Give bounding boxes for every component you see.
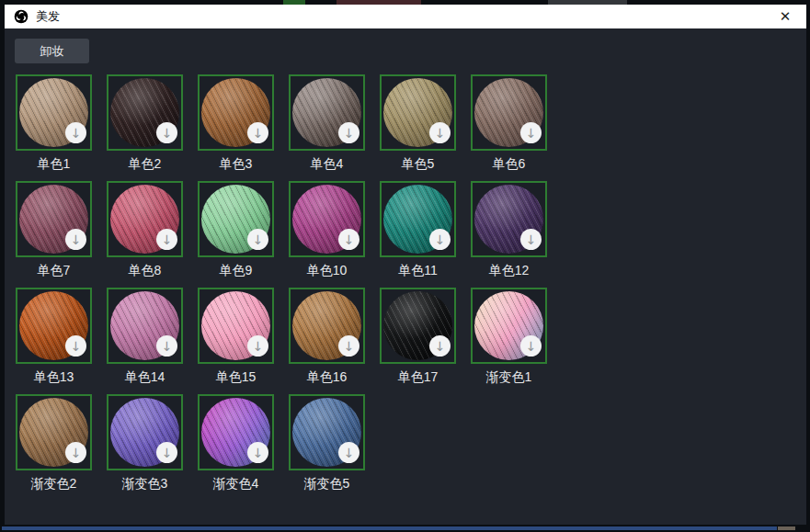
download-icon[interactable]: ↓ (65, 442, 86, 463)
hair-style-tile[interactable]: ↓单色7 (16, 181, 92, 278)
hair-color-grid: ↓单色1↓单色2↓单色3↓单色4↓单色5↓单色6↓单色7↓单色8↓单色9↓单色1… (16, 74, 576, 492)
hair-style-label: 单色17 (380, 369, 456, 385)
hair-style-label: 单色10 (289, 263, 365, 278)
hair-style-tile[interactable]: ↓单色17 (380, 288, 456, 385)
dialog-body: 卸妆 ↓单色1↓单色2↓单色3↓单色4↓单色5↓单色6↓单色7↓单色8↓单色9↓… (5, 28, 806, 525)
hair-style-tile[interactable]: ↓单色14 (107, 288, 183, 385)
download-icon[interactable]: ↓ (65, 335, 86, 357)
hair-style-tile[interactable]: ↓渐变色4 (198, 394, 274, 492)
download-icon[interactable]: ↓ (520, 229, 542, 250)
download-icon[interactable]: ↓ (247, 122, 268, 143)
obs-app-icon (14, 9, 29, 24)
hair-style-label: 渐变色5 (289, 476, 365, 492)
download-icon[interactable]: ↓ (429, 229, 451, 250)
background-app-fragment (778, 526, 795, 530)
hair-style-tile[interactable]: ↓单色13 (16, 288, 92, 385)
window-title: 美发 (36, 8, 60, 25)
hair-style-label: 单色5 (380, 156, 456, 172)
hair-style-tile[interactable]: ↓单色6 (471, 74, 547, 172)
hair-style-label: 渐变色1 (471, 369, 547, 385)
hair-style-label: 单色16 (289, 369, 365, 385)
hair-style-label: 渐变色3 (107, 476, 183, 492)
hair-style-tile[interactable]: ↓单色12 (471, 181, 547, 278)
hair-style-tile[interactable]: ↓渐变色2 (16, 394, 92, 492)
hair-style-label: 单色9 (198, 263, 274, 278)
hair-style-tile[interactable]: ↓单色4 (289, 74, 365, 172)
titlebar: 美发 ✕ (5, 5, 806, 28)
hair-style-tile[interactable]: ↓渐变色3 (107, 394, 183, 492)
download-icon[interactable]: ↓ (338, 229, 359, 250)
download-icon[interactable]: ↓ (156, 229, 177, 250)
hair-style-label: 单色12 (471, 263, 547, 278)
remove-makeup-button[interactable]: 卸妆 (15, 39, 89, 63)
hair-swatch-box[interactable]: ↓ (198, 288, 274, 364)
download-icon[interactable]: ↓ (520, 335, 542, 357)
download-icon[interactable]: ↓ (338, 442, 359, 463)
hair-style-tile[interactable]: ↓渐变色5 (289, 394, 365, 492)
hair-style-label: 单色11 (380, 263, 456, 278)
hair-swatch-box[interactable]: ↓ (107, 394, 183, 470)
hair-style-tile[interactable]: ↓单色15 (198, 288, 274, 385)
hair-style-label: 单色6 (471, 156, 547, 172)
hair-style-tile[interactable]: ↓单色3 (198, 74, 274, 172)
hair-style-tile[interactable]: ↓单色8 (107, 181, 183, 278)
download-icon[interactable]: ↓ (156, 335, 177, 357)
hair-swatch-box[interactable]: ↓ (289, 288, 365, 364)
hair-swatch-box[interactable]: ↓ (107, 181, 183, 257)
download-icon[interactable]: ↓ (338, 122, 359, 143)
hair-style-tile[interactable]: ↓单色9 (198, 181, 274, 278)
hair-style-tile[interactable]: ↓单色1 (16, 74, 92, 172)
hair-style-label: 单色7 (16, 263, 92, 278)
hair-swatch-box[interactable]: ↓ (107, 74, 183, 151)
download-icon[interactable]: ↓ (156, 442, 177, 463)
download-icon[interactable]: ↓ (65, 122, 86, 143)
download-icon[interactable]: ↓ (429, 335, 451, 357)
hair-swatch-box[interactable]: ↓ (380, 181, 456, 257)
hair-style-label: 单色13 (16, 369, 92, 385)
hair-swatch-box[interactable]: ↓ (471, 288, 547, 364)
hair-swatch-box[interactable]: ↓ (471, 74, 547, 151)
hair-style-tile[interactable]: ↓单色16 (289, 288, 365, 385)
hair-swatch-box[interactable]: ↓ (16, 394, 92, 470)
download-icon[interactable]: ↓ (247, 335, 268, 357)
hair-swatch-box[interactable]: ↓ (289, 394, 365, 470)
hair-swatch-box[interactable]: ↓ (289, 181, 365, 257)
hair-style-label: 单色3 (198, 156, 274, 172)
hair-style-tile[interactable]: ↓单色2 (107, 74, 183, 172)
hair-swatch-box[interactable]: ↓ (16, 288, 92, 364)
hair-swatch-box[interactable]: ↓ (198, 74, 274, 151)
download-icon[interactable]: ↓ (429, 122, 451, 143)
hair-swatch-box[interactable]: ↓ (16, 181, 92, 257)
hair-style-label: 单色1 (16, 156, 92, 172)
download-icon[interactable]: ↓ (247, 442, 268, 463)
hair-style-label: 单色2 (107, 156, 183, 172)
background-app-fragment (2, 526, 777, 530)
hair-swatch-box[interactable]: ↓ (107, 288, 183, 364)
close-icon[interactable]: ✕ (771, 6, 799, 28)
hair-style-label: 单色8 (107, 263, 183, 278)
download-icon[interactable]: ↓ (520, 122, 542, 143)
hair-swatch-box[interactable]: ↓ (198, 394, 274, 470)
hair-style-tile[interactable]: ↓单色5 (380, 74, 456, 172)
download-icon[interactable]: ↓ (338, 335, 359, 357)
hair-style-label: 单色14 (107, 369, 183, 385)
download-icon[interactable]: ↓ (156, 122, 177, 143)
hair-swatch-box[interactable]: ↓ (289, 74, 365, 151)
hair-style-tile[interactable]: ↓单色11 (380, 181, 456, 278)
download-icon[interactable]: ↓ (65, 229, 86, 250)
hair-style-label: 单色15 (198, 369, 274, 385)
hair-swatch-box[interactable]: ↓ (471, 181, 547, 257)
hair-style-tile[interactable]: ↓单色10 (289, 181, 365, 278)
hair-swatch-box[interactable]: ↓ (380, 74, 456, 151)
hair-style-dialog: 美发 ✕ 卸妆 ↓单色1↓单色2↓单色3↓单色4↓单色5↓单色6↓单色7↓单色8… (5, 5, 806, 525)
hair-style-label: 渐变色4 (198, 476, 274, 492)
download-icon[interactable]: ↓ (247, 229, 268, 250)
hair-swatch-box[interactable]: ↓ (16, 74, 92, 151)
hair-swatch-box[interactable]: ↓ (380, 288, 456, 364)
hair-style-label: 渐变色2 (16, 476, 92, 492)
hair-swatch-box[interactable]: ↓ (198, 181, 274, 257)
hair-style-tile[interactable]: ↓渐变色1 (471, 288, 547, 385)
hair-style-label: 单色4 (289, 156, 365, 172)
